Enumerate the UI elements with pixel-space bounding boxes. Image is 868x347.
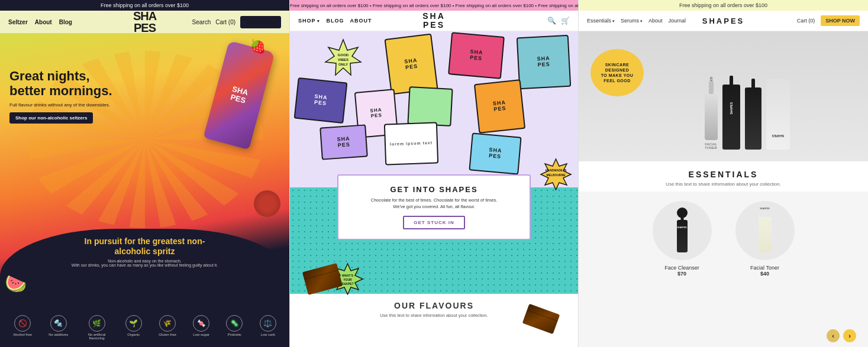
panel2-nav: SHOP BLOG ABOUT SHA PES 🔍 🛒	[290, 11, 578, 31]
alcohol-free-icon: 🚫	[14, 315, 31, 332]
banner-text: Free shipping on all orders over $100	[101, 2, 189, 8]
grid-card-3: SHAPES	[517, 35, 571, 89]
panel3-top-banner: Free shipping on all orders over $100	[579, 0, 868, 11]
nav2-left: SHOP BLOG ABOUT	[298, 18, 372, 24]
nav-link-blog[interactable]: Blog	[59, 19, 72, 25]
nav-left: Seltzer About Blog	[8, 19, 72, 25]
essentials-section: ESSENTIALS Use this text to share inform…	[579, 161, 868, 192]
nav3-shop-btn[interactable]: SHOP NOW	[821, 15, 860, 26]
panel-chocolate: Free shipping on all orders over $100 • …	[289, 0, 579, 347]
hero-can: SHAPES	[201, 45, 277, 163]
nav3-right: Cart (0) SHOP NOW	[797, 15, 860, 26]
probiotic-icon: 🦠	[226, 315, 243, 332]
hero-cta-btn[interactable]: Shop our non-alcoholic seltzers	[9, 112, 93, 124]
face-cleanser-name[interactable]: Face Cleanser	[664, 265, 699, 271]
product-dropper-2	[745, 87, 761, 150]
svg-marker-0	[325, 40, 361, 75]
hero-heading: Great nights, better mornings.	[9, 69, 112, 99]
gluten-free-icon: 🌾	[159, 315, 176, 332]
nav2-right: 🔍 🛒	[547, 17, 570, 25]
nav3-about[interactable]: About	[648, 18, 663, 24]
nav2-shop[interactable]: SHOP	[298, 18, 320, 24]
facial-toner-name[interactable]: Facial Toner	[750, 265, 779, 271]
low-sugar-icon: 🍬	[193, 315, 209, 332]
no-additives-icon: 🔩	[50, 315, 67, 332]
product-dropper-1: SHAPES	[722, 85, 740, 150]
orange-decoration	[254, 190, 280, 217]
can-body: SHAPES	[203, 41, 275, 150]
nav-link-about[interactable]: About	[35, 19, 52, 25]
bottom-heading: In pursuit for the greatest non- alcohol…	[0, 236, 289, 257]
watermelon-decoration: 🍉	[5, 273, 27, 294]
nav-logo[interactable]: SHA PES	[133, 10, 156, 34]
facial-toner-price: $40	[750, 271, 779, 277]
grid-card-4: SHAPES	[294, 77, 348, 124]
svg-text:SHAPE?: SHAPE?	[341, 282, 353, 286]
facial-toner-info: Facial Toner $40	[750, 265, 779, 277]
center-content-box: GET INTO SHAPES Chocolate for the best o…	[337, 174, 531, 240]
svg-text:WHAT'S: WHAT'S	[342, 274, 354, 277]
search-icon[interactable]: 🔍	[547, 17, 556, 25]
svg-text:MELBOURNE: MELBOURNE	[546, 173, 566, 177]
toner-bottle-icon: SHAPES	[759, 217, 772, 252]
grid-card-7: SHAPES	[474, 79, 525, 134]
icon-low-carb: ⚖️ Low carb	[260, 315, 276, 340]
nav2-logo[interactable]: SHA PES	[422, 12, 446, 29]
face-cleanser-image: SHAPES	[653, 201, 712, 260]
grid-card-9: SHAPES	[469, 132, 521, 174]
panel-skincare: Free shipping on all orders over $100 Es…	[579, 0, 868, 347]
grid-card-8: SHAPES	[320, 124, 368, 160]
dropper-bottle-2-icon	[745, 87, 761, 150]
nav-shop-btn[interactable]: Shop Now	[240, 16, 281, 28]
can-text: SHAPES	[229, 85, 249, 106]
dropper-bottle-icon: SHAPES	[722, 85, 740, 150]
icon-probiotic: 🦠 Probiotic	[226, 315, 243, 340]
svg-text:ONLY: ONLY	[338, 63, 348, 66]
svg-text:HANDMADE IN: HANDMADE IN	[546, 168, 567, 172]
nav2-about[interactable]: ABOUT	[350, 18, 372, 24]
nav3-serums[interactable]: Serums	[621, 18, 643, 24]
grid-card-1: SHAPES	[385, 33, 438, 95]
hero-text: Great nights, better mornings. Full flav…	[9, 69, 112, 124]
product-small-serum: SHAPES FACIALTONER	[705, 65, 718, 150]
bottom-text: In pursuit for the greatest non- alcohol…	[0, 236, 289, 267]
cleanser-bottle-icon: SHAPES	[677, 220, 688, 252]
icon-no-additives: 🔩 No additives	[49, 315, 68, 340]
strawberry-decoration: 🍓	[250, 39, 266, 54]
carousel-arrows: ‹ ›	[827, 329, 856, 342]
essentials-subtext: Use this text to share information about…	[579, 181, 868, 187]
center-text: Chocolate for the best of times. Chocola…	[350, 197, 518, 210]
panel3-banner-text: Free shipping on all orders over $100	[679, 2, 767, 8]
grid-card-2: SHAPES	[448, 32, 505, 79]
nav3-essentials[interactable]: Essentials	[587, 18, 615, 24]
nav3-left: Essentials Serums About Journal	[587, 18, 686, 24]
nav3-cart[interactable]: Cart (0)	[797, 18, 815, 24]
nav2-blog[interactable]: BLOG	[326, 18, 344, 24]
nav3-logo[interactable]: SHAPES	[702, 17, 744, 25]
panel3-nav: Essentials Serums About Journal SHAPES C…	[579, 11, 868, 31]
icon-gluten-free: 🌾 Gluten free	[159, 315, 176, 340]
get-stuck-in-btn[interactable]: GET STUCK IN	[403, 216, 464, 229]
icon-alcohol-free: 🚫 Alcohol free	[13, 315, 32, 340]
organic-icon: 🌱	[125, 315, 142, 332]
serum-bottle-icon	[705, 93, 718, 140]
icon-low-sugar: 🍬 Low sugar	[193, 315, 209, 340]
yellow-blob-badge: SKINCARE DESIGNED TO MAKE YOU FEEL GOOD	[591, 49, 644, 96]
face-cleanser-price: $70	[664, 271, 699, 277]
handmade-badge: HANDMADE IN MELBOURNE	[540, 158, 572, 190]
chocolate-piece-2	[525, 309, 557, 329]
nav-search[interactable]: Search	[192, 19, 211, 25]
next-arrow-btn[interactable]: ›	[843, 329, 856, 342]
facial-toner-image: SHAPES	[735, 201, 795, 260]
cart-icon[interactable]: 🛒	[561, 17, 570, 25]
nav-right: Search Cart (0) Shop Now	[192, 16, 281, 28]
nav-cart[interactable]: Cart (0)	[215, 19, 235, 25]
tube-icon: SHAPES	[766, 79, 790, 150]
good-vibes-badge: GOOD VIBES ONLY	[322, 38, 364, 77]
nav3-journal[interactable]: Journal	[668, 18, 686, 24]
nav-brand[interactable]: Seltzer	[8, 19, 28, 25]
low-carb-icon: ⚖️	[260, 315, 276, 332]
center-heading: GET INTO SHAPES	[350, 185, 518, 194]
svg-text:GOOD: GOOD	[338, 53, 349, 57]
prev-arrow-btn[interactable]: ‹	[827, 329, 840, 342]
